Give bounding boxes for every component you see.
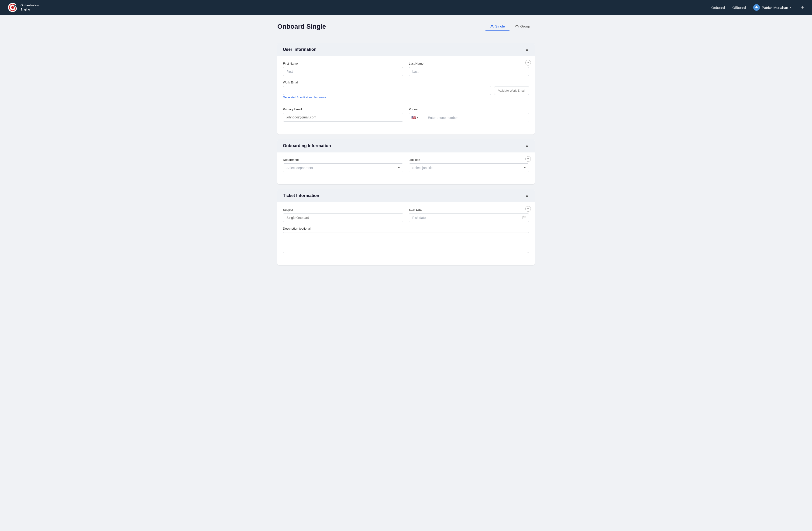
- page-title: Onboard Single: [277, 23, 326, 30]
- brand: E Orchestration Engine: [8, 2, 39, 13]
- nav-user[interactable]: Patrick Monahan ▾: [753, 4, 791, 11]
- single-view-btn[interactable]: Single: [485, 23, 510, 30]
- phone-group: Phone 🇺🇸 ▾: [409, 107, 529, 123]
- chevron-down-icon: ▾: [790, 6, 791, 9]
- first-name-group: First Name: [283, 62, 403, 76]
- description-group: Description (optional): [283, 227, 529, 253]
- user-info-title: User Information: [283, 47, 317, 52]
- settings-icon[interactable]: ✦: [801, 5, 804, 10]
- ticket-info-title: Ticket Information: [283, 193, 319, 198]
- department-label: Department: [283, 158, 403, 161]
- svg-point-5: [756, 6, 757, 8]
- last-name-label: Last Name: [409, 62, 529, 65]
- group-view-btn[interactable]: Group: [510, 23, 535, 30]
- user-info-header: User Information ▲: [277, 43, 535, 56]
- start-date-group: Start Date: [409, 208, 529, 222]
- flag-icon: 🇺🇸: [411, 115, 416, 120]
- work-email-row: Work Email Validate Work Email Generated…: [283, 81, 529, 103]
- work-email-label: Work Email: [283, 81, 529, 84]
- job-title-group: Job Title Select job title: [409, 158, 529, 172]
- brand-name: Orchestration Engine: [20, 3, 39, 12]
- description-row: Description (optional): [283, 227, 529, 253]
- name-row: First Name Last Name: [283, 62, 529, 76]
- nav-onboard[interactable]: Onboard: [711, 5, 725, 10]
- brand-logo: E: [8, 2, 18, 13]
- subject-date-row: Subject Start Date: [283, 208, 529, 222]
- last-name-input[interactable]: [409, 67, 529, 76]
- ticket-info-section: Ticket Information ▲ ? Subject Start Dat…: [277, 189, 535, 265]
- user-info-help-icon[interactable]: ?: [525, 60, 531, 66]
- single-label: Single: [495, 24, 505, 28]
- user-name: Patrick Monahan: [762, 5, 788, 10]
- email-validate-row: Validate Work Email: [283, 86, 529, 95]
- primary-email-label: Primary Email: [283, 107, 403, 111]
- onboarding-info-help-icon[interactable]: ?: [525, 156, 531, 162]
- chevron-up-icon: ▲: [525, 47, 529, 52]
- first-name-label: First Name: [283, 62, 403, 65]
- user-info-collapse-btn[interactable]: ▲: [525, 47, 529, 52]
- phone-label: Phone: [409, 107, 529, 111]
- navbar: E Orchestration Engine Onboard Offboard …: [0, 0, 812, 15]
- phone-input[interactable]: [425, 113, 529, 123]
- onboarding-info-section: Onboarding Information ▲ ? Department Se…: [277, 139, 535, 184]
- department-group: Department Select department: [283, 158, 403, 172]
- view-toggle: Single Group: [485, 23, 535, 30]
- start-date-input[interactable]: [409, 213, 529, 222]
- phone-row: 🇺🇸 ▾: [409, 113, 529, 123]
- ticket-info-header: Ticket Information ▲: [277, 189, 535, 202]
- ticket-info-collapse-btn[interactable]: ▲: [525, 193, 529, 198]
- user-info-body: ? First Name Last Name Work Email: [277, 56, 535, 134]
- job-title-label: Job Title: [409, 158, 529, 161]
- email-hint: Generated from first and last name: [283, 96, 529, 99]
- user-avatar: [753, 4, 760, 11]
- main-content: Onboard Single Single Group: [266, 15, 546, 277]
- chevron-up-icon-3: ▲: [525, 193, 529, 198]
- country-chevron-icon: ▾: [417, 116, 418, 119]
- onboarding-info-title: Onboarding Information: [283, 143, 331, 148]
- ticket-info-help-icon[interactable]: ?: [525, 206, 531, 212]
- subject-input[interactable]: [283, 213, 403, 222]
- onboarding-info-header: Onboarding Information ▲: [277, 139, 535, 153]
- group-icon: [515, 25, 519, 28]
- primary-email-input[interactable]: [283, 113, 403, 122]
- last-name-group: Last Name: [409, 62, 529, 76]
- job-title-select[interactable]: Select job title: [409, 163, 529, 172]
- dept-jobtitle-row: Department Select department Job Title S…: [283, 158, 529, 172]
- subject-group: Subject: [283, 208, 403, 222]
- work-email-group: Work Email Validate Work Email Generated…: [283, 81, 529, 103]
- date-input-wrapper: [409, 213, 529, 222]
- onboarding-info-collapse-btn[interactable]: ▲: [525, 143, 529, 148]
- svg-text:E: E: [15, 5, 17, 8]
- onboarding-info-body: ? Department Select department Job Title…: [277, 153, 535, 184]
- primary-email-group: Primary Email: [283, 107, 403, 123]
- start-date-label: Start Date: [409, 208, 529, 212]
- description-textarea[interactable]: [283, 232, 529, 253]
- first-name-input[interactable]: [283, 67, 403, 76]
- department-select[interactable]: Select department: [283, 163, 403, 172]
- work-email-input[interactable]: [283, 86, 491, 95]
- user-info-section: User Information ▲ ? First Name Last Nam…: [277, 43, 535, 134]
- navbar-nav: Onboard Offboard Patrick Monahan ▾ ✦: [711, 4, 804, 11]
- chevron-up-icon-2: ▲: [525, 143, 529, 148]
- page-header: Onboard Single Single Group: [277, 23, 535, 30]
- description-label: Description (optional): [283, 227, 529, 230]
- validate-email-btn[interactable]: Validate Work Email: [494, 86, 529, 95]
- email-phone-row: Primary Email Phone 🇺🇸 ▾: [283, 107, 529, 123]
- svg-point-2: [11, 6, 14, 9]
- group-label: Group: [520, 24, 530, 28]
- country-select[interactable]: 🇺🇸 ▾: [409, 113, 425, 123]
- ticket-info-body: ? Subject Start Date: [277, 202, 535, 265]
- nav-offboard[interactable]: Offboard: [732, 5, 746, 10]
- single-icon: [490, 25, 494, 28]
- subject-label: Subject: [283, 208, 403, 212]
